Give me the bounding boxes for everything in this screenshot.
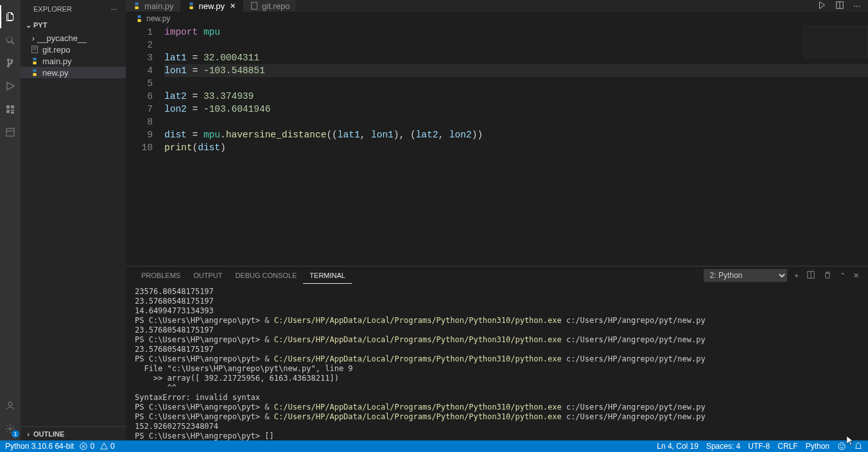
bell-icon bbox=[854, 442, 863, 451]
activity-extensions[interactable] bbox=[0, 98, 21, 121]
run-icon[interactable] bbox=[817, 1, 826, 12]
panel-tab-debugconsole[interactable]: DEBUG CONSOLE bbox=[229, 268, 303, 283]
python-icon bbox=[135, 14, 144, 23]
svg-point-15 bbox=[838, 443, 846, 450]
python-icon bbox=[30, 56, 40, 66]
split-terminal-icon[interactable] bbox=[806, 270, 815, 281]
gutter: 1 2 3 4 5 6 7 8 9 10 bbox=[126, 26, 164, 266]
svg-rect-0 bbox=[6, 128, 14, 136]
tree-label: main.py bbox=[42, 56, 72, 66]
activity-search[interactable] bbox=[0, 28, 21, 51]
activity-scm[interactable] bbox=[0, 51, 21, 74]
extensions-icon bbox=[5, 104, 15, 114]
panel-tab-terminal[interactable]: TERMINAL bbox=[303, 268, 352, 284]
branch-icon bbox=[5, 58, 15, 68]
chevron-right-icon: › bbox=[23, 429, 33, 439]
svg-point-3 bbox=[9, 428, 12, 430]
tab-new[interactable]: new.py ✕ bbox=[180, 0, 243, 12]
maximize-panel-icon[interactable]: ⌃ bbox=[840, 272, 846, 280]
editor-area: main.py new.py ✕ git.repo ··· bbox=[126, 0, 868, 440]
account-icon bbox=[5, 401, 15, 411]
files-icon bbox=[5, 12, 15, 22]
feedback-icon bbox=[837, 442, 846, 451]
file-icon bbox=[30, 44, 40, 55]
sidebar-project[interactable]: ⌄ PYT bbox=[21, 18, 126, 32]
explorer-title: EXPLORER bbox=[33, 5, 72, 13]
chevron-down-icon: ⌄ bbox=[23, 20, 33, 30]
chevron-right-icon: › bbox=[30, 33, 37, 43]
minimap[interactable] bbox=[804, 26, 868, 58]
tab-gitrepo[interactable]: git.repo bbox=[243, 0, 296, 12]
kill-terminal-icon[interactable] bbox=[823, 270, 832, 281]
activity-settings[interactable]: 1 bbox=[0, 417, 21, 440]
tab-actions: ··· bbox=[817, 1, 868, 12]
tree-label: git.repo bbox=[42, 45, 70, 55]
tree-folder-pycache[interactable]: › __pycache__ bbox=[21, 32, 126, 44]
panel: PROBLEMS OUTPUT DEBUG CONSOLE TERMINAL 2… bbox=[126, 266, 868, 440]
status-python[interactable]: Python 3.10.6 64-bit bbox=[5, 442, 74, 451]
search-icon bbox=[5, 35, 15, 45]
project-name: PYT bbox=[33, 21, 47, 29]
tree-file-gitrepo[interactable]: git.repo bbox=[21, 44, 126, 55]
status-warnings[interactable]: 0 bbox=[100, 442, 115, 451]
activity-debug[interactable] bbox=[0, 74, 21, 98]
panel-tab-output[interactable]: OUTPUT bbox=[187, 268, 229, 283]
svg-point-17 bbox=[842, 444, 844, 446]
panel-tabs: PROBLEMS OUTPUT DEBUG CONSOLE TERMINAL 2… bbox=[126, 266, 868, 284]
activity-layout[interactable] bbox=[0, 121, 21, 144]
status-errors[interactable]: 0 bbox=[79, 442, 94, 451]
status-lang[interactable]: Python bbox=[806, 442, 829, 451]
layout-icon bbox=[5, 127, 15, 137]
tab-label: new.py bbox=[199, 1, 225, 11]
terminal-select[interactable]: 2: Python bbox=[704, 269, 787, 282]
more-icon[interactable]: ··· bbox=[853, 1, 860, 12]
file-tree: › __pycache__ git.repo main.py bbox=[21, 32, 126, 426]
sidebar-outline[interactable]: › OUTLINE bbox=[21, 426, 126, 440]
tab-label: main.py bbox=[144, 1, 174, 11]
status-bar: Python 3.10.6 64-bit 0 0 Ln 4, Col 19 Sp… bbox=[0, 440, 868, 452]
sidebar: EXPLORER ··· ⌄ PYT › __pycache__ git.rep… bbox=[21, 0, 126, 440]
terminal-content[interactable]: 23576.80548175197 23.57680548175197 14.6… bbox=[126, 284, 868, 440]
tab-label: git.repo bbox=[262, 1, 290, 11]
play-icon bbox=[5, 81, 15, 91]
activity-explorer[interactable] bbox=[0, 5, 21, 28]
code-content[interactable]: import mpu lat1 = 32.0004311 lon1 = -103… bbox=[164, 26, 868, 266]
status-feedback[interactable] bbox=[837, 442, 846, 451]
panel-actions: 2: Python + ⌃ ✕ bbox=[704, 269, 859, 282]
error-icon bbox=[79, 442, 88, 451]
svg-point-2 bbox=[8, 402, 12, 406]
sidebar-header: EXPLORER ··· bbox=[21, 0, 126, 18]
tree-label: __pycache__ bbox=[37, 33, 87, 43]
status-cursor[interactable]: Ln 4, Col 19 bbox=[657, 442, 699, 451]
breadcrumb[interactable]: new.py bbox=[126, 12, 868, 26]
editor-body[interactable]: 1 2 3 4 5 6 7 8 9 10 import mpu lat1 = 3… bbox=[126, 26, 868, 266]
svg-point-16 bbox=[840, 444, 841, 446]
tree-label: new.py bbox=[42, 68, 68, 78]
tab-main[interactable]: main.py bbox=[126, 0, 180, 12]
python-icon bbox=[30, 67, 40, 78]
close-panel-icon[interactable]: ✕ bbox=[853, 272, 859, 280]
panel-tab-problems[interactable]: PROBLEMS bbox=[135, 268, 187, 283]
svg-rect-7 bbox=[252, 3, 257, 10]
close-icon[interactable]: ✕ bbox=[228, 1, 237, 10]
tab-bar: main.py new.py ✕ git.repo ··· bbox=[126, 0, 868, 12]
more-icon[interactable]: ··· bbox=[111, 5, 117, 13]
new-terminal-icon[interactable]: + bbox=[795, 272, 799, 279]
python-icon bbox=[132, 1, 141, 10]
status-spaces[interactable]: Spaces: 4 bbox=[706, 442, 740, 451]
settings-badge: 1 bbox=[12, 430, 19, 438]
outline-label: OUTLINE bbox=[33, 430, 64, 438]
status-eol[interactable]: CRLF bbox=[777, 442, 797, 451]
warning-icon bbox=[100, 442, 108, 451]
python-icon bbox=[187, 1, 196, 10]
activity-bar: 1 bbox=[0, 0, 21, 440]
split-icon[interactable] bbox=[835, 1, 844, 12]
file-icon bbox=[250, 1, 259, 10]
status-encoding[interactable]: UTF-8 bbox=[748, 442, 770, 451]
breadcrumb-file: new.py bbox=[146, 14, 170, 23]
status-bell[interactable] bbox=[854, 442, 863, 451]
tree-file-new[interactable]: new.py bbox=[21, 67, 126, 78]
tree-file-main[interactable]: main.py bbox=[21, 55, 126, 67]
activity-account[interactable] bbox=[0, 394, 21, 417]
